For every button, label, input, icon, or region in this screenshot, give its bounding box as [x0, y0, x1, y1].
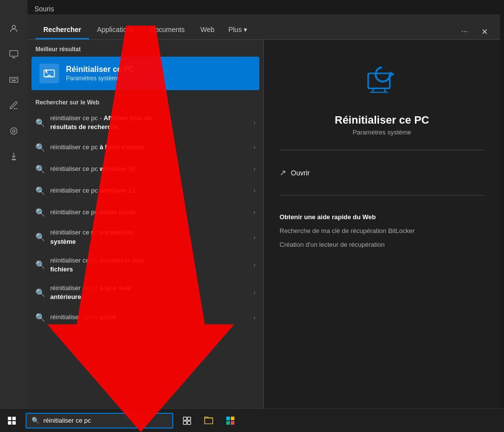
search-item-text: réinitialiser ce pc conserver mesfichier…	[50, 256, 249, 274]
search-loop-icon: 🔍	[35, 260, 45, 270]
search-item-text: réinitialiser ce pc - Afficher plus deré…	[50, 114, 249, 132]
detail-divider	[280, 150, 484, 150]
detail-divider-2	[280, 195, 484, 196]
open-icon: ↗	[280, 168, 286, 177]
tab-actions: ··· ✕	[457, 24, 492, 39]
tab-rechercher[interactable]: Rechercher	[35, 19, 89, 39]
search-loop-icon: 🔍	[35, 233, 45, 242]
svg-rect-24	[231, 416, 234, 420]
svg-rect-4	[10, 77, 18, 82]
arrow-icon: ›	[253, 119, 255, 126]
more-options-button[interactable]: ···	[457, 24, 472, 39]
tabs-bar: Rechercher Applications Documents Web Pl…	[28, 14, 500, 40]
svg-point-11	[13, 130, 15, 133]
tab-applications[interactable]: Applications	[89, 19, 142, 39]
best-result-subtitle: Paramètres système	[66, 75, 135, 82]
chevron-down-icon: ▾	[244, 26, 247, 33]
sidebar-icon-monitor[interactable]	[5, 45, 23, 63]
arrow-icon: ›	[253, 209, 255, 216]
help-title: Obtenir une aide rapide du Web	[280, 213, 484, 221]
arrow-icon: ›	[253, 187, 255, 194]
svg-rect-1	[10, 51, 18, 57]
arrow-icon: ›	[253, 166, 255, 172]
best-result-text: Réinitialiser ce PC Paramètres système	[66, 65, 135, 82]
best-result-label: Meilleur résultat	[28, 40, 263, 57]
search-loop-icon: 🔍	[35, 118, 45, 128]
search-panel: Rechercher Applications Documents Web Pl…	[28, 14, 500, 408]
help-section: Obtenir une aide rapide du Web Recherche…	[280, 213, 484, 254]
search-item-text: réinitialiser ce pc usine	[50, 313, 249, 322]
tab-more[interactable]: Plus ▾	[222, 19, 253, 39]
svg-rect-26	[231, 421, 234, 424]
search-loop-icon: 🔍	[35, 207, 45, 217]
search-loop-icon: 🔍	[35, 313, 45, 323]
svg-rect-25	[226, 421, 230, 424]
svg-rect-19	[184, 417, 187, 420]
search-item-text: réinitialiser ce pc windows 11	[50, 186, 249, 195]
sidebar-icon-usb[interactable]	[5, 148, 23, 166]
detail-app-icon	[280, 60, 484, 99]
best-result-icon	[39, 64, 59, 83]
search-item-text: réinitialiser ce pc à l'état d'usine	[50, 143, 249, 152]
list-item[interactable]: 🔍 réinitialiser ce pc paramètressystème …	[28, 223, 263, 251]
taskbar-icons	[177, 409, 240, 432]
start-button[interactable]	[0, 409, 24, 432]
svg-point-10	[10, 128, 17, 134]
list-item[interactable]: 🔍 réinitialiser ce pc à une dateantérieu…	[28, 279, 263, 306]
search-item-text: réinitialiser ce pc à une dateantérieure	[50, 284, 249, 301]
list-item[interactable]: 🔍 réinitialiser ce pc windows 11 ›	[28, 180, 263, 201]
search-loop-icon: 🔍	[35, 186, 45, 196]
detail-panel: Réinitialiser ce PC Paramètres système ↗…	[264, 40, 500, 408]
desktop: Souris Rechercher Applications Documents…	[0, 0, 504, 432]
list-item[interactable]: 🔍 réinitialiser ce pc sortie usine ›	[28, 201, 263, 223]
detail-title: Réinitialiser ce PC Paramètres système	[280, 114, 484, 136]
souris-label: Souris	[34, 5, 54, 13]
arrow-icon: ›	[253, 144, 255, 151]
tab-web[interactable]: Web	[192, 19, 222, 39]
svg-point-0	[12, 25, 16, 29]
search-input[interactable]	[43, 417, 167, 424]
main-content: Meilleur résultat Réinitialiser ce PC	[28, 40, 500, 408]
close-button[interactable]: ✕	[476, 24, 492, 39]
file-explorer-icon[interactable]	[199, 409, 219, 432]
sidebar-icon-sound[interactable]	[5, 122, 23, 140]
list-item[interactable]: 🔍 réinitialiser ce pc windows 10 ›	[28, 158, 263, 180]
web-section-label: Rechercher sur le Web	[28, 94, 263, 109]
list-item[interactable]: 🔍 réinitialiser ce pc conserver mesfichi…	[28, 251, 263, 279]
tab-documents[interactable]: Documents	[142, 19, 193, 39]
search-item-text: réinitialiser ce pc windows 10	[50, 165, 249, 173]
sidebar-icon-pen[interactable]	[5, 97, 23, 114]
task-view-icon[interactable]	[177, 409, 197, 432]
search-loop-icon: 🔍	[35, 142, 45, 152]
list-item[interactable]: 🔍 réinitialiser ce pc à l'état d'usine ›	[28, 136, 263, 158]
help-link-1[interactable]: Recherche de ma clé de récupération BitL…	[280, 227, 484, 235]
arrow-icon: ›	[253, 234, 255, 241]
windows-logo-icon	[8, 417, 16, 425]
sidebar-icon-keyboard[interactable]	[5, 71, 23, 89]
taskbar: 🔍	[0, 408, 504, 432]
sidebar	[0, 0, 28, 408]
open-button[interactable]: ↗ Ouvrir	[280, 164, 484, 181]
svg-rect-23	[226, 416, 230, 420]
arrow-icon: ›	[253, 314, 255, 321]
best-result-title: Réinitialiser ce PC	[66, 65, 135, 74]
search-item-text: réinitialiser ce pc paramètressystème	[50, 228, 249, 246]
search-icon: 🔍	[32, 417, 39, 424]
search-item-text: réinitialiser ce pc sortie usine	[50, 208, 249, 217]
arrow-icon: ›	[253, 289, 255, 296]
list-item[interactable]: 🔍 réinitialiser ce pc - Afficher plus de…	[28, 109, 263, 136]
help-link-2[interactable]: Création d'un lecteur de récupération	[280, 240, 484, 249]
taskbar-search-bar[interactable]: 🔍	[26, 413, 173, 429]
search-loop-icon: 🔍	[35, 164, 45, 174]
svg-rect-20	[188, 417, 191, 420]
sidebar-icon-user[interactable]	[5, 20, 23, 37]
best-result-item[interactable]: Réinitialiser ce PC Paramètres système	[32, 57, 259, 90]
search-loop-icon: 🔍	[35, 288, 45, 298]
svg-rect-21	[184, 421, 187, 424]
results-panel: Meilleur résultat Réinitialiser ce PC	[28, 40, 264, 408]
list-item[interactable]: 🔍 réinitialiser ce pc usine ›	[28, 307, 263, 329]
svg-rect-22	[188, 421, 191, 424]
open-label: Ouvrir	[291, 169, 310, 177]
svg-marker-17	[390, 71, 395, 77]
store-icon[interactable]	[220, 409, 240, 432]
